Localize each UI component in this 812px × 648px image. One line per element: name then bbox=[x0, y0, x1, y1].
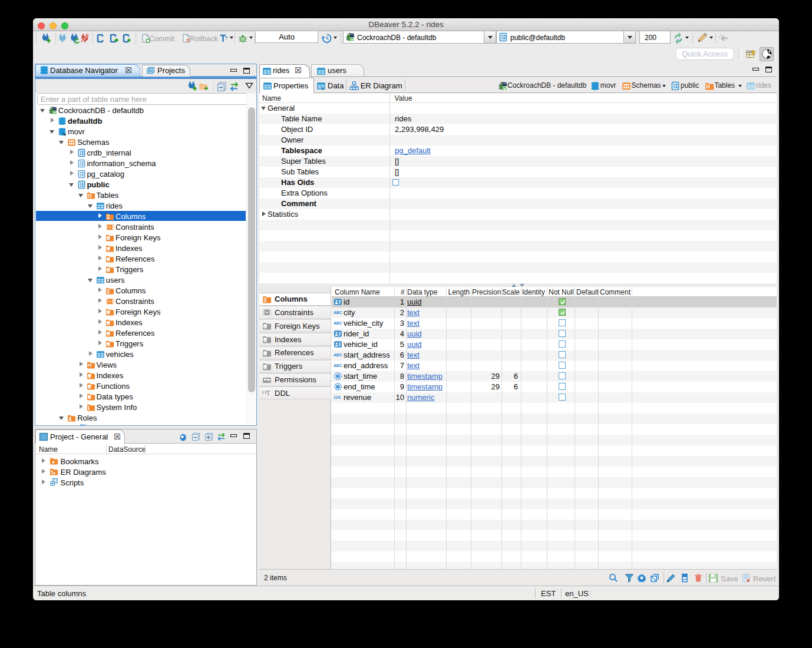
svg-text:ABC: ABC bbox=[334, 310, 342, 315]
svg-text:ABC: ABC bbox=[334, 321, 342, 325]
svg-text:ABC: ABC bbox=[334, 353, 342, 357]
svg-text:123: 123 bbox=[334, 395, 341, 400]
svg-text:ABC: ABC bbox=[334, 363, 342, 368]
svg-text:(-): (-) bbox=[677, 38, 680, 41]
